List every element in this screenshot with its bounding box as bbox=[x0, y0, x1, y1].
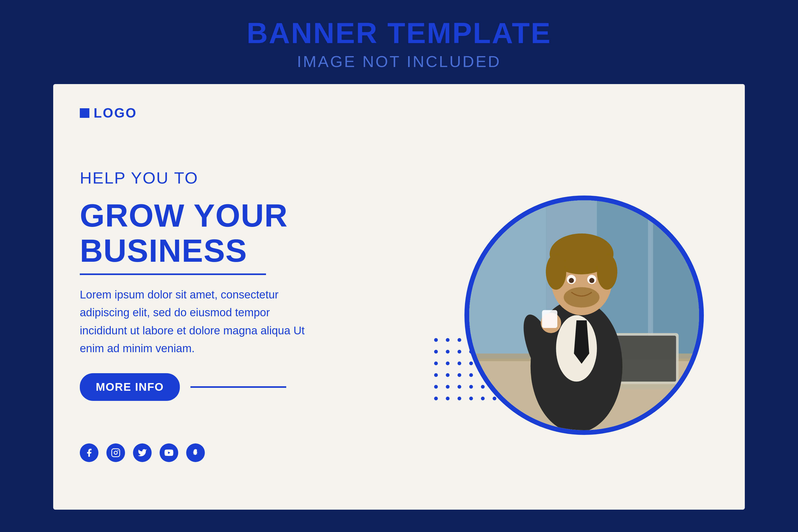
profile-circle-image bbox=[464, 195, 704, 435]
right-content bbox=[450, 195, 718, 435]
main-headline: GROW YOUR BUSINESS bbox=[80, 198, 410, 268]
page-subtitle: IMAGE NOT INCLUDED bbox=[297, 52, 501, 71]
twitter-icon[interactable] bbox=[133, 443, 152, 462]
tagline: HELP YOU TO bbox=[80, 168, 410, 187]
cta-row: MORE INFO bbox=[80, 373, 410, 401]
logo-square-icon bbox=[80, 108, 89, 118]
left-content: HELP YOU TO GROW YOUR BUSINESS Lorem ips… bbox=[80, 168, 431, 462]
facebook-icon[interactable] bbox=[80, 443, 98, 462]
logo-area: LOGO bbox=[80, 105, 718, 121]
content-area: HELP YOU TO GROW YOUR BUSINESS Lorem ips… bbox=[80, 142, 718, 488]
svg-rect-25 bbox=[542, 310, 557, 328]
svg-point-16 bbox=[546, 254, 566, 290]
cta-line-decoration bbox=[190, 386, 286, 388]
headline-underline bbox=[80, 273, 266, 275]
page-title: BANNER TEMPLATE bbox=[247, 16, 551, 50]
social-icons-row bbox=[80, 443, 410, 462]
svg-point-20 bbox=[569, 278, 574, 283]
more-info-button[interactable]: MORE INFO bbox=[80, 373, 180, 401]
instagram-icon[interactable] bbox=[107, 443, 125, 462]
youtube-icon[interactable] bbox=[159, 443, 178, 462]
page-header: BANNER TEMPLATE IMAGE NOT INCLUDED bbox=[247, 0, 551, 84]
snapchat-icon[interactable] bbox=[186, 443, 205, 462]
svg-point-17 bbox=[597, 254, 618, 290]
svg-point-22 bbox=[564, 287, 599, 307]
logo-text: LOGO bbox=[94, 105, 137, 121]
svg-rect-0 bbox=[112, 449, 120, 457]
banner-card: LOGO HELP YOU TO GROW YOUR BUSINESS Lore… bbox=[53, 84, 745, 510]
description-text: Lorem ipsum dolor sit amet, consectetur … bbox=[80, 286, 319, 357]
svg-rect-5 bbox=[653, 200, 699, 354]
svg-point-21 bbox=[589, 278, 594, 283]
image-placeholder bbox=[469, 200, 699, 430]
